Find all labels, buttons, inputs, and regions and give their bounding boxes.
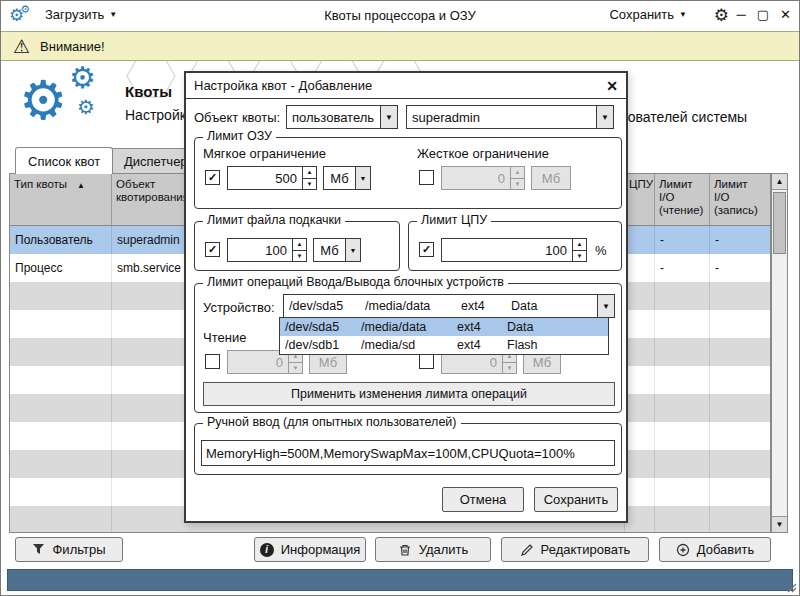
filters-button[interactable]: Фильтры bbox=[15, 537, 123, 562]
chevron-down-icon: ▼ bbox=[597, 295, 614, 317]
column-header-label: ЦПУ bbox=[629, 178, 653, 190]
soft-limit-unit-select[interactable]: Мб ▼ bbox=[323, 166, 371, 190]
settings-gear-icon[interactable]: ⚙ bbox=[714, 5, 729, 26]
group-title: Ручной ввод (для опытных пользователей) bbox=[203, 415, 461, 429]
spin-up-icon[interactable]: ▲ bbox=[293, 239, 306, 251]
spinner-value: 500 bbox=[228, 167, 302, 189]
swap-limit-checkbox[interactable]: ✓ bbox=[205, 242, 220, 257]
device-mount: /media/data bbox=[361, 320, 457, 334]
manual-input-field[interactable] bbox=[201, 440, 615, 466]
spinner-value: 100 bbox=[442, 239, 572, 261]
apply-io-limit-button[interactable]: Применить изменения лимита операций bbox=[203, 382, 615, 406]
add-button[interactable]: Добавить bbox=[659, 537, 771, 562]
pencil-icon bbox=[520, 543, 534, 557]
cpu-limit-checkbox[interactable]: ✓ bbox=[419, 242, 434, 257]
gear-icon: ⚙ bbox=[69, 63, 96, 93]
soft-limit-spinner[interactable]: 500 ▲▼ bbox=[227, 166, 317, 190]
cell-cpu bbox=[625, 226, 655, 254]
io-write-checkbox[interactable] bbox=[419, 354, 434, 369]
hard-limit-spinner: 0 ▲▼ bbox=[441, 166, 525, 190]
dialog-title-bar: Настройка квот - Добавление ✕ bbox=[186, 73, 626, 99]
scroll-up-button[interactable]: ▲ bbox=[772, 174, 787, 190]
io-read-checkbox[interactable] bbox=[205, 354, 220, 369]
device-option[interactable]: /dev/sdb1 /media/sd ext4 Flash bbox=[280, 336, 608, 354]
column-header-io-write[interactable]: Лимит I/O (запись) bbox=[710, 174, 770, 225]
column-header-quota-type[interactable]: Тип квоты▲ bbox=[10, 174, 112, 225]
group-title: Лимит операций Ввода/Вывода блочных устр… bbox=[203, 275, 508, 289]
chevron-down-icon: ▼ bbox=[596, 106, 613, 128]
device-path: /dev/sdb1 bbox=[285, 338, 361, 352]
quota-settings-dialog: Настройка квот - Добавление ✕ Объект кво… bbox=[184, 71, 628, 523]
hard-limit-checkbox[interactable] bbox=[419, 170, 434, 185]
delete-button[interactable]: Удалить bbox=[375, 537, 491, 562]
manual-input-group: Ручной ввод (для опытных пользователей) bbox=[194, 423, 622, 475]
chevron-down-icon: ▼ bbox=[345, 239, 360, 261]
group-title: Лимит ОЗУ bbox=[203, 129, 276, 143]
edit-button[interactable]: Редактировать bbox=[501, 537, 649, 562]
cancel-button[interactable]: Отмена bbox=[442, 487, 524, 512]
group-title: Лимит ЦПУ bbox=[417, 213, 491, 227]
window-controls: ─ ▢ ✕ bbox=[737, 6, 791, 24]
scroll-down-button[interactable]: ▼ bbox=[772, 516, 787, 532]
device-mount: /media/sd bbox=[361, 338, 457, 352]
close-button[interactable]: ✕ bbox=[780, 6, 791, 24]
device-fs: ext4 bbox=[457, 338, 507, 352]
dialog-close-button[interactable]: ✕ bbox=[606, 78, 618, 94]
load-menu-button[interactable]: Загрузить ▼ bbox=[45, 7, 117, 22]
device-option[interactable]: /dev/sda5 /media/data ext4 Data bbox=[280, 318, 608, 336]
swap-limit-unit-select[interactable]: Мб ▼ bbox=[313, 238, 361, 262]
gear-icon: ⚙ bbox=[20, 3, 30, 15]
spin-up-icon[interactable]: ▲ bbox=[573, 239, 586, 251]
ram-limit-group: Лимит ОЗУ Мягкое ограничение Жесткое огр… bbox=[194, 137, 622, 209]
quota-object-name-select[interactable]: superadmin ▼ bbox=[406, 105, 614, 129]
information-button[interactable]: i Информация bbox=[254, 537, 366, 562]
device-fs: ext4 bbox=[461, 299, 511, 313]
maximize-button[interactable]: ▢ bbox=[757, 6, 769, 24]
spin-down-icon[interactable]: ▼ bbox=[293, 251, 306, 262]
resize-grip[interactable] bbox=[787, 583, 797, 593]
cell-io-write: - bbox=[710, 226, 770, 254]
device-dropdown-list: /dev/sda5 /media/data ext4 Data /dev/sdb… bbox=[279, 317, 609, 355]
cell-io-read: - bbox=[655, 254, 710, 282]
spin-up-icon[interactable]: ▲ bbox=[303, 167, 316, 179]
device-name: Data bbox=[507, 320, 603, 334]
spin-down-icon[interactable]: ▼ bbox=[573, 251, 586, 262]
scrollbar-thumb[interactable] bbox=[773, 192, 786, 254]
sort-ascending-icon: ▲ bbox=[77, 181, 85, 190]
quota-object-type-select[interactable]: пользователь ▼ bbox=[286, 105, 398, 129]
group-title: Лимит файла подкачки bbox=[203, 213, 345, 227]
chevron-down-icon: ▼ bbox=[109, 10, 117, 19]
spinner-value: 100 bbox=[228, 239, 292, 261]
spin-down-icon: ▼ bbox=[511, 179, 524, 190]
selected-value: superadmin bbox=[407, 106, 596, 128]
cpu-limit-spinner[interactable]: 100 ▲▼ bbox=[441, 238, 587, 262]
device-label: Устройство: bbox=[203, 300, 275, 315]
app-window: ⚙⚙ Загрузить ▼ Квоты процессора и ОЗУ Со… bbox=[0, 0, 800, 596]
trash-icon bbox=[398, 543, 412, 557]
column-header-io-read[interactable]: Лимит I/O (чтение) bbox=[655, 174, 710, 225]
column-header-cpu[interactable]: ЦПУ bbox=[625, 174, 655, 225]
cell-quota-type: Пользователь bbox=[10, 226, 112, 254]
tab-label: Диспетчер bbox=[124, 154, 188, 169]
minimize-button[interactable]: ─ bbox=[737, 6, 746, 24]
spinner-value: 0 bbox=[442, 167, 510, 189]
button-label: Добавить bbox=[697, 542, 754, 557]
tab-quota-list[interactable]: Список квот bbox=[15, 147, 113, 174]
column-header-label: Тип квоты bbox=[14, 178, 67, 190]
spin-down-icon[interactable]: ▼ bbox=[303, 179, 316, 190]
save-menu-button[interactable]: Сохранить ▼ bbox=[609, 7, 687, 22]
save-button[interactable]: Сохранить bbox=[534, 487, 618, 512]
soft-limit-checkbox[interactable]: ✓ bbox=[205, 170, 220, 185]
button-label: Информация bbox=[281, 542, 361, 557]
hard-limit-label: Жесткое ограничение bbox=[417, 146, 549, 161]
device-select[interactable]: /dev/sda5 /media/data ext4 Data ▼ bbox=[283, 294, 615, 318]
check-icon: ✓ bbox=[208, 171, 217, 184]
soft-limit-label: Мягкое ограничение bbox=[203, 146, 326, 161]
app-logo-large: ⚙ ⚙ ⚙ bbox=[19, 63, 123, 141]
spin-down-icon: ▼ bbox=[503, 363, 516, 374]
spin-up-icon: ▲ bbox=[511, 167, 524, 179]
vertical-scrollbar[interactable]: ▲ ▼ bbox=[771, 173, 788, 533]
swap-limit-spinner[interactable]: 100 ▲▼ bbox=[227, 238, 307, 262]
column-header-label: Лимит I/O (запись) bbox=[714, 178, 758, 216]
warning-icon: ⚠ bbox=[13, 35, 30, 58]
